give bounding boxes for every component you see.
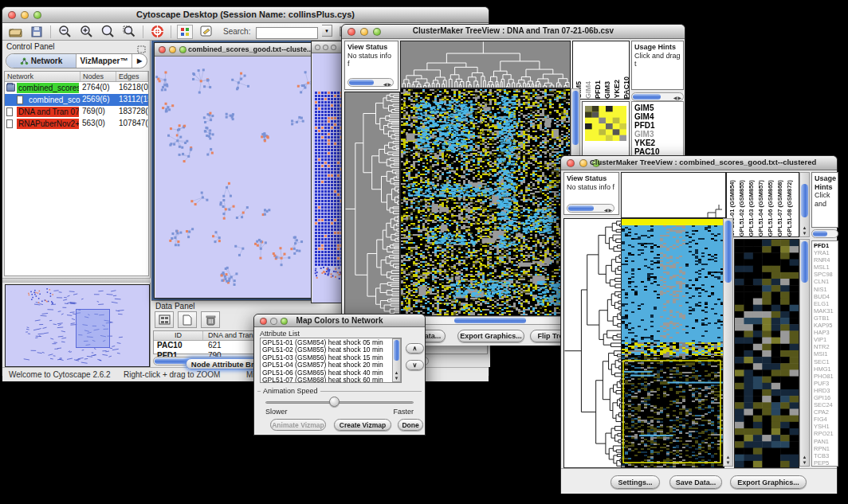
gene-list-item[interactable]: PFD1 — [634, 121, 681, 130]
annotation-icon[interactable] — [198, 25, 214, 39]
gene-list-item[interactable]: GPI16 — [814, 394, 836, 401]
treeview-dna-titlebar[interactable]: ClusterMaker TreeView : DNA and Tran 07-… — [342, 25, 685, 39]
tab-network[interactable]: Network — [6, 54, 77, 68]
done-button[interactable]: Done — [398, 419, 423, 431]
gene-list-item[interactable]: YRA1 — [814, 249, 836, 256]
column-labels-scrollbar[interactable]: ▲▼ — [799, 172, 810, 237]
scrollbar-thumb[interactable] — [568, 205, 594, 211]
gene-list-item[interactable]: PAN1 — [814, 438, 836, 445]
cytoscape-titlebar[interactable]: Cytoscape Desktop (Session Name: collins… — [2, 7, 489, 23]
column-label[interactable]: PFD1 — [594, 80, 603, 99]
gene-list-item[interactable]: RNR4 — [814, 256, 836, 264]
gene-list-item[interactable]: NIS1 — [814, 286, 836, 293]
tab-vizmapper[interactable]: VizMapper™ — [77, 54, 132, 68]
col-edges[interactable]: Edges — [116, 72, 148, 81]
gene-list-item[interactable]: PUF3 — [814, 380, 836, 387]
column-label[interactable]: YKE2 — [613, 80, 622, 99]
new-attribute-icon[interactable] — [178, 311, 197, 328]
tab-overflow-button[interactable]: ▶ — [132, 54, 147, 68]
network-canvas-2[interactable] — [312, 53, 344, 303]
network-tree-row[interactable]: combined_sco2569(6)13112(15) — [5, 94, 148, 106]
gene-list-item[interactable]: ELG1 — [814, 300, 836, 307]
move-down-button[interactable]: ∨ — [406, 360, 424, 370]
close-icon[interactable] — [315, 45, 320, 50]
scrollbar-thumb[interactable] — [349, 80, 374, 85]
create-vizmap-button[interactable]: Create Vizmap — [334, 419, 391, 431]
column-dendrogram[interactable] — [621, 172, 726, 218]
view-status-scrollbar[interactable]: ◀▶ — [567, 204, 614, 213]
network-view-titlebar[interactable]: combined_scores_good.txt--cluste... — [155, 43, 317, 57]
gene-list-item[interactable]: TCB3 — [814, 452, 836, 459]
export-graphics-button[interactable]: Export Graphics... — [730, 475, 807, 489]
column-dendrogram[interactable] — [400, 41, 571, 88]
column-label[interactable]: GPL51-02 (GSM855) — [738, 180, 748, 236]
gene-list-item[interactable]: PFD1 — [814, 242, 836, 249]
column-label[interactable]: PAC10 — [622, 76, 630, 99]
scrollbar-thumb[interactable] — [813, 231, 827, 236]
gene-list-item[interactable]: HRD3 — [814, 387, 836, 394]
minimize-icon[interactable] — [323, 45, 328, 50]
zoom-selected-icon[interactable] — [121, 25, 137, 39]
vizmap-grid-icon[interactable] — [177, 25, 193, 39]
network-tree-row[interactable]: DNA and Tran 07769(0)183728(0) — [5, 106, 148, 118]
column-label[interactable]: GPL51-08 (GSM872) — [786, 180, 795, 236]
gene-list-item[interactable]: MSL1 — [814, 264, 836, 271]
open-folder-icon[interactable] — [7, 25, 23, 39]
heatmap-zoomed[interactable] — [734, 239, 799, 468]
scrollbar-thumb[interactable] — [801, 184, 808, 217]
gene-list-item[interactable]: PHO81 — [814, 373, 836, 380]
zoom-fit-icon[interactable] — [100, 25, 116, 39]
gene-list-item[interactable]: SPC98 — [814, 271, 836, 278]
col-id[interactable]: ID — [154, 331, 203, 340]
speed-slider-thumb[interactable] — [329, 397, 340, 407]
column-label[interactable]: GPL51-06 (GSM865) — [767, 180, 776, 236]
scrollbar-thumb[interactable] — [633, 94, 661, 100]
treeview-combined-titlebar[interactable]: ClusterMaker TreeView : combined_scores_… — [561, 156, 837, 170]
minimize-icon[interactable] — [169, 46, 176, 53]
network-canvas[interactable] — [155, 57, 316, 298]
attribute-list-scrollbar[interactable]: ▲▼ — [392, 338, 401, 382]
col-nodes[interactable]: Nodes — [80, 72, 116, 81]
zoom-window-icon[interactable] — [179, 46, 186, 53]
save-icon[interactable] — [29, 25, 45, 39]
heatmap-vscrollbar[interactable]: ▲▼ — [723, 218, 733, 467]
zoom-vscrollbar[interactable]: ▲▼ — [799, 239, 810, 467]
gene-list-item[interactable]: HMG1 — [814, 365, 836, 373]
column-label[interactable]: GPL51-03 (GSM856) — [748, 180, 757, 236]
birdseye-view[interactable] — [5, 284, 150, 367]
scrollbar-thumb[interactable] — [394, 340, 399, 361]
view-status-scrollbar[interactable]: ◀▶ — [347, 78, 394, 87]
network-tree-row[interactable]: RNAPuberNov2+563(0)107847(0) — [5, 118, 148, 130]
gene-list-item[interactable]: GIM5 — [634, 104, 681, 112]
map-colors-titlebar[interactable]: Map Colors to Network — [254, 315, 425, 327]
minimize-icon[interactable] — [579, 159, 587, 167]
gene-list-item[interactable]: YSH1 — [814, 423, 836, 430]
gene-list-item[interactable]: VIP1 — [814, 336, 836, 343]
network-view-2-titlebar[interactable] — [312, 41, 345, 53]
gene-list-item[interactable]: MAK31 — [814, 307, 836, 315]
gene-list-item[interactable]: CPA2 — [814, 408, 836, 416]
search-dropdown-icon[interactable]: ▼ — [322, 25, 332, 37]
network-tree-row[interactable]: combined_scores2764(0)16218(0) — [5, 82, 148, 94]
gene-list-item[interactable]: RPN1 — [814, 445, 836, 452]
delete-attribute-icon[interactable] — [201, 311, 220, 328]
col-network[interactable]: Network — [5, 72, 80, 81]
gene-list-item[interactable]: GIM3 — [634, 130, 681, 139]
heatmap-hscrollbar[interactable]: ◀▶ — [400, 316, 580, 325]
scrollbar-thumb[interactable] — [801, 241, 808, 283]
gene-list-item[interactable]: FIG4 — [814, 416, 836, 423]
speed-slider-track[interactable] — [265, 401, 414, 404]
usage-hints-scrollbar[interactable]: ◀▶ — [631, 92, 684, 101]
gene-list-item[interactable]: PEP5 — [814, 459, 836, 467]
gene-list-item[interactable]: CLN1 — [814, 278, 836, 285]
column-label[interactable]: GPL51-07 (GSM868) — [776, 180, 786, 236]
gene-list-item[interactable]: HAP3 — [814, 329, 836, 336]
column-label[interactable]: GIM4 — [584, 81, 594, 99]
gene-list-item[interactable]: NTR2 — [814, 343, 836, 350]
zoom-in-icon[interactable] — [78, 25, 94, 39]
gene-list-item[interactable]: BUD4 — [814, 293, 836, 300]
gene-list-item[interactable]: KAP95 — [814, 322, 836, 329]
search-input[interactable] — [256, 27, 318, 39]
help-ring-icon[interactable] — [149, 25, 165, 39]
correlation-matrix-thumbnail[interactable] — [585, 106, 626, 141]
